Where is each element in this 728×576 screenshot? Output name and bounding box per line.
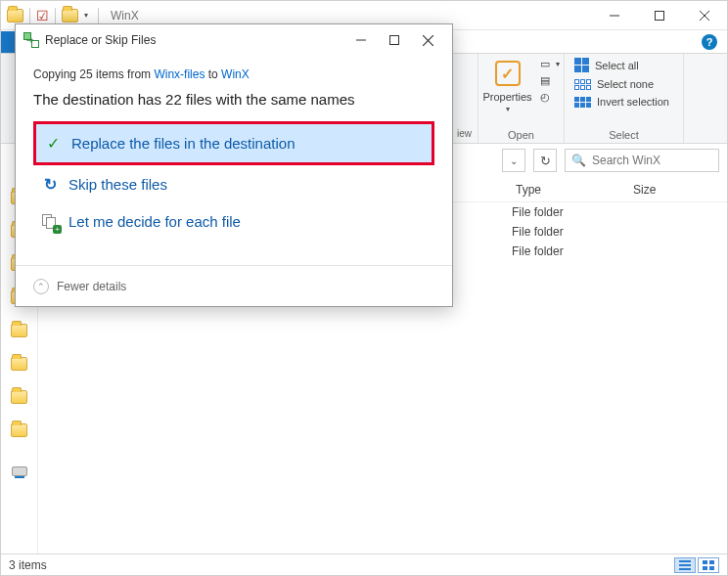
window-controls	[592, 1, 727, 30]
dialog-close-button[interactable]	[411, 28, 444, 52]
svg-rect-12	[390, 36, 399, 45]
select-none-icon	[574, 79, 591, 90]
details-view-icon	[679, 560, 691, 570]
address-dropdown-button[interactable]: ⌄	[502, 149, 525, 172]
close-icon	[700, 11, 709, 21]
cell-type: File folder	[512, 225, 629, 239]
copy-mid: to	[205, 67, 221, 81]
fewer-details-link[interactable]: Fewer details	[57, 280, 126, 293]
chevron-up-icon[interactable]: ⌃	[33, 279, 49, 294]
option-replace[interactable]: ✓ Replace the files in the destination	[33, 121, 434, 165]
select-all-label: Select all	[595, 60, 639, 71]
open-item[interactable]: ▭▾	[540, 58, 560, 70]
copy-icon: ➔	[23, 32, 39, 48]
view-toggles	[674, 557, 719, 573]
conflict-heading: The destination has 22 files with the sa…	[33, 91, 434, 108]
maximize-icon	[655, 11, 664, 21]
refresh-button[interactable]: ↻	[533, 149, 557, 172]
dialog-body: Copying 25 items from Winx-files to WinX…	[16, 56, 452, 240]
separator	[29, 8, 30, 23]
refresh-icon: ↻	[540, 154, 551, 168]
option-skip-label: Skip these files	[68, 176, 167, 193]
thumbnails-view-icon	[703, 560, 714, 570]
status-bar: 3 items	[1, 554, 727, 575]
option-replace-label: Replace the files in the destination	[71, 135, 295, 152]
drive-icon[interactable]	[12, 466, 27, 476]
copy-status-line: Copying 25 items from Winx-files to WinX	[33, 67, 434, 81]
details-view-button[interactable]	[674, 557, 696, 573]
separator	[98, 8, 99, 23]
search-input[interactable]	[592, 154, 712, 167]
quick-access-toolbar: ☑ ▾	[1, 8, 103, 23]
folder-icon[interactable]	[11, 357, 27, 371]
select-none-button[interactable]: Select none	[574, 78, 669, 90]
chevron-down-icon[interactable]: ▾	[84, 11, 88, 20]
svg-rect-7	[703, 560, 707, 564]
maximize-button[interactable]	[637, 1, 682, 30]
column-type[interactable]: Type	[512, 183, 629, 197]
svg-rect-9	[703, 566, 707, 570]
group-label: Select	[609, 129, 639, 141]
invert-selection-icon	[574, 97, 591, 108]
edit-item[interactable]: ▤	[540, 74, 560, 87]
invert-selection-button[interactable]: Invert selection	[574, 96, 669, 108]
option-decide[interactable]: + Let me decide for each file	[33, 203, 434, 240]
group-label: Open	[508, 129, 534, 141]
checkbox-icon[interactable]: ☑	[36, 8, 49, 23]
minimize-button[interactable]	[592, 1, 637, 30]
ribbon-group-open: ✓ Properties ▾ ▭▾ ▤ ◴ Open	[478, 54, 565, 143]
invert-selection-label: Invert selection	[597, 96, 669, 108]
dialog-footer: ⌃ Fewer details	[16, 265, 452, 306]
svg-rect-10	[709, 566, 714, 570]
select-none-label: Select none	[597, 78, 654, 90]
properties-button[interactable]: ✓ Properties ▾	[482, 58, 531, 113]
history-icon: ◴	[540, 91, 550, 104]
thumbnails-view-button[interactable]	[698, 557, 719, 573]
option-skip[interactable]: ↻ Skip these files	[33, 165, 434, 203]
folder-icon[interactable]	[11, 390, 27, 404]
dialog-title-bar[interactable]: ➔ Replace or Skip Files	[16, 24, 452, 56]
properties-icon: ✓	[495, 61, 521, 86]
select-all-button[interactable]: Select all	[574, 58, 669, 72]
dialog-title: Replace or Skip Files	[45, 33, 156, 47]
item-count: 3 items	[9, 558, 47, 572]
help-icon[interactable]: ?	[702, 34, 717, 50]
edit-icon: ▤	[540, 74, 550, 87]
minimize-icon	[356, 35, 366, 45]
folder-icon[interactable]	[11, 324, 27, 337]
window-title: WinX	[111, 9, 139, 22]
close-icon	[423, 35, 433, 46]
chevron-down-icon[interactable]: ▾	[506, 105, 510, 113]
copy-source-link[interactable]: Winx-files	[154, 67, 205, 81]
select-all-icon	[574, 58, 589, 72]
folder-icon[interactable]	[11, 423, 27, 437]
cell-type: File folder	[512, 244, 629, 258]
stub-label: iew	[457, 128, 472, 139]
minimize-icon	[610, 11, 619, 21]
svg-rect-4	[679, 560, 691, 562]
maximize-icon	[389, 35, 399, 45]
svg-rect-5	[679, 564, 691, 566]
skip-icon: ↻	[41, 175, 59, 194]
close-button[interactable]	[682, 1, 727, 30]
svg-rect-8	[709, 560, 714, 564]
history-item[interactable]: ◴	[540, 91, 560, 104]
separator	[55, 8, 56, 23]
copy-prefix: Copying 25 items from	[33, 67, 154, 81]
chevron-down-icon: ⌄	[510, 155, 518, 166]
option-decide-label: Let me decide for each file	[68, 213, 241, 230]
folder-icon	[7, 9, 23, 22]
svg-rect-1	[656, 11, 664, 20]
open-submenu: ▭▾ ▤ ◴	[540, 58, 560, 104]
dialog-maximize-button[interactable]	[378, 28, 411, 52]
compare-icon: +	[41, 214, 59, 230]
svg-rect-6	[679, 568, 691, 570]
dialog-minimize-button[interactable]	[344, 28, 378, 52]
search-box[interactable]: 🔍	[565, 149, 719, 172]
copy-dest-link[interactable]: WinX	[221, 67, 250, 81]
check-icon: ✓	[44, 134, 62, 153]
folder-icon[interactable]	[62, 9, 78, 22]
column-size[interactable]: Size	[629, 183, 727, 197]
properties-label: Properties	[482, 91, 531, 103]
search-icon: 🔍	[571, 154, 586, 167]
